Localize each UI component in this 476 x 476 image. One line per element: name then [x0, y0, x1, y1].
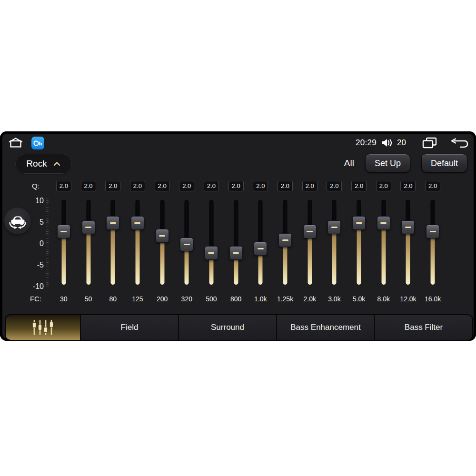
eq-slider-125[interactable] [125, 198, 150, 288]
slider-thumb-125[interactable] [131, 216, 144, 230]
eq-slider-200[interactable] [150, 198, 175, 288]
fc-label-320: 320 [174, 294, 199, 304]
tab-bar: FieldSurroundBass EnhancementBass Filter [5, 314, 473, 341]
slider-thumb-80[interactable] [106, 216, 119, 230]
axis-label--10: -10 [14, 282, 44, 291]
slider-thumb-8.0k[interactable] [377, 216, 390, 230]
slider-thumb-16.0k[interactable] [426, 225, 439, 238]
thumb-grip-line [134, 222, 140, 224]
car-sound-field-button[interactable] [4, 208, 31, 234]
slider-fill [61, 231, 66, 285]
q-value-320[interactable]: 2.0 [179, 181, 194, 191]
eq-slider-30[interactable] [51, 198, 76, 288]
eq-slider-2.0k[interactable] [298, 198, 322, 288]
fc-label-200: 200 [150, 294, 175, 304]
preset-dropdown[interactable]: Rock [15, 154, 72, 174]
eq-slider-12.0k[interactable] [396, 198, 421, 288]
q-value-8.0k[interactable]: 2.0 [376, 181, 391, 191]
slider-thumb-320[interactable] [180, 238, 193, 251]
q-value-12.0k[interactable]: 2.0 [400, 181, 416, 191]
q-value-800[interactable]: 2.0 [228, 181, 244, 191]
eq-slider-50[interactable] [76, 198, 101, 288]
tab-bass-filter[interactable]: Bass Filter [374, 315, 472, 340]
q-value-1.0k[interactable]: 2.0 [253, 181, 268, 191]
fc-label-3.0k: 3.0k [322, 294, 347, 304]
fc-label-80: 80 [100, 294, 125, 304]
eq-slider-500[interactable] [199, 198, 224, 288]
thumb-grip-line [282, 239, 288, 241]
q-value-50[interactable]: 2.0 [81, 181, 96, 191]
thumb-grip-line [233, 252, 239, 254]
slider-thumb-30[interactable] [57, 225, 70, 238]
slider-thumb-50[interactable] [82, 220, 95, 234]
car-icon [7, 210, 28, 231]
eq-slider-80[interactable] [100, 198, 125, 288]
tab-bass-enhancement[interactable]: Bass Enhancement [276, 315, 374, 340]
thumb-grip-line [380, 222, 387, 224]
fc-label-800: 800 [224, 294, 248, 304]
back-button[interactable] [448, 138, 468, 149]
volume-button[interactable] [381, 138, 393, 148]
thumb-grip-line [430, 231, 436, 232]
slider-fill [332, 227, 337, 285]
slider-thumb-1.0k[interactable] [254, 242, 267, 256]
status-bar: 20:29 20 [0, 135, 476, 151]
q-value-30[interactable]: 2.0 [56, 181, 71, 191]
thumb-grip-line [307, 231, 313, 232]
slider-fill [357, 222, 361, 285]
slider-thumb-500[interactable] [205, 246, 218, 260]
q-value-3.0k[interactable]: 2.0 [327, 181, 342, 191]
tab-equalizer[interactable] [6, 315, 80, 340]
default-button[interactable]: Default [421, 154, 467, 173]
thumb-grip-line [60, 231, 67, 232]
slider-fill [111, 222, 115, 285]
eq-slider-16.0k[interactable] [420, 198, 445, 288]
slider-fill [406, 227, 410, 285]
fc-label-5.0k: 5.0k [347, 294, 371, 304]
slider-thumb-2.0k[interactable] [303, 225, 317, 238]
slider-thumb-5.0k[interactable] [352, 216, 366, 230]
home-icon [8, 137, 24, 149]
fc-label-125: 125 [125, 294, 150, 304]
chevron-up-icon [53, 161, 61, 166]
slider-thumb-800[interactable] [229, 246, 243, 260]
tab-field[interactable]: Field [80, 315, 178, 340]
q-value-1.25k[interactable]: 2.0 [278, 181, 293, 191]
q-value-500[interactable]: 2.0 [204, 181, 219, 191]
slider-thumb-200[interactable] [156, 229, 169, 243]
eq-slider-5.0k[interactable] [347, 198, 371, 288]
axis-tick-ruler [46, 198, 49, 287]
axis-label--5: -5 [14, 261, 44, 269]
q-value-125[interactable]: 2.0 [130, 181, 145, 191]
fc-labels-row: 3050801252003205008001.0k1.25k2.0k3.0k5.… [51, 294, 445, 304]
thumb-grip-line [159, 235, 165, 237]
eq-slider-1.0k[interactable] [248, 198, 273, 288]
q-value-16.0k[interactable]: 2.0 [425, 181, 440, 191]
slider-fill [307, 231, 312, 285]
fc-label-1.0k: 1.0k [248, 294, 273, 304]
home-button[interactable] [8, 137, 24, 149]
slider-thumb-12.0k[interactable] [401, 220, 415, 234]
slider-fill [431, 231, 435, 285]
eq-slider-3.0k[interactable] [322, 198, 347, 288]
q-value-5.0k[interactable]: 2.0 [351, 181, 367, 191]
head-unit-screen: 20:29 20 [0, 131, 476, 341]
eq-slider-800[interactable] [224, 198, 248, 288]
q-value-2.0k[interactable]: 2.0 [302, 181, 317, 191]
tab-surround[interactable]: Surround [178, 315, 276, 340]
eq-slider-320[interactable] [174, 198, 199, 288]
eq-slider-1.25k[interactable] [273, 198, 298, 288]
all-channels-toggle[interactable]: All [344, 158, 354, 169]
thumb-grip-line [208, 252, 214, 254]
q-value-200[interactable]: 2.0 [155, 181, 170, 191]
q-value-80[interactable]: 2.0 [105, 181, 120, 191]
setup-button[interactable]: Set Up [365, 154, 410, 173]
slider-thumb-3.0k[interactable] [327, 220, 341, 234]
back-icon [448, 138, 468, 149]
thumb-grip-line [184, 244, 190, 245]
thumb-grip-line [85, 227, 91, 228]
eq-slider-8.0k[interactable] [371, 198, 396, 288]
recent-apps-button[interactable] [422, 137, 437, 149]
slider-thumb-1.25k[interactable] [278, 233, 292, 247]
eq-app-button[interactable] [31, 137, 44, 149]
